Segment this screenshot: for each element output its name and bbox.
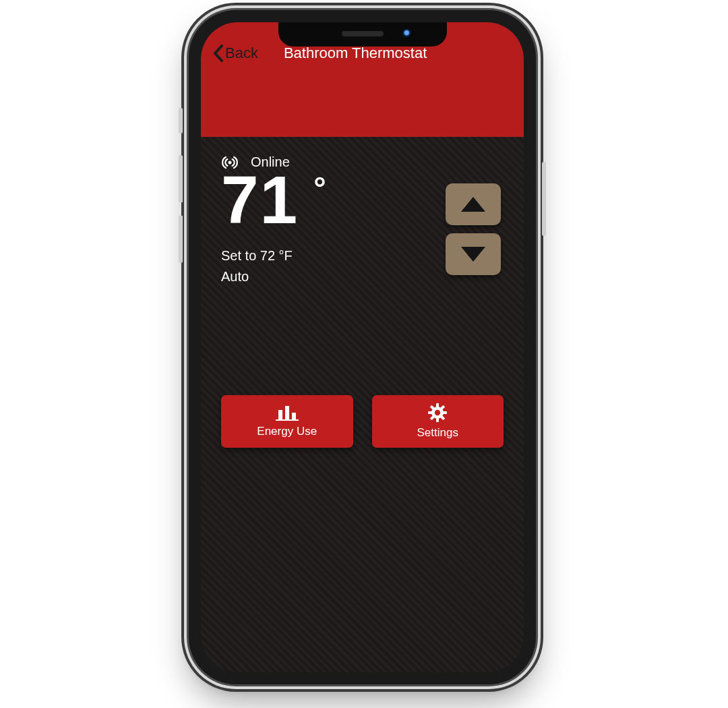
phone-notch — [278, 22, 447, 47]
svg-rect-1 — [276, 419, 299, 421]
current-temperature: 71 — [221, 166, 299, 233]
phone-screen: Back Bathroom Thermostat Online — [201, 22, 524, 672]
temperature-stepper — [446, 183, 501, 275]
bar-chart-icon — [276, 405, 299, 421]
action-row: Energy Use — [221, 395, 504, 448]
triangle-down-icon — [461, 247, 485, 262]
back-button[interactable]: Back — [213, 45, 258, 62]
energy-use-label: Energy Use — [257, 425, 317, 438]
settings-button[interactable]: Settings — [372, 395, 504, 448]
mode-text: Auto — [221, 266, 326, 287]
temperature-down-button[interactable] — [446, 233, 501, 275]
triangle-up-icon — [461, 197, 485, 212]
phone-side-button — [542, 162, 546, 236]
gear-icon — [428, 403, 447, 422]
svg-rect-7 — [436, 418, 439, 422]
svg-rect-3 — [285, 406, 289, 419]
svg-rect-4 — [292, 413, 296, 419]
phone-frame: Back Bathroom Thermostat Online — [189, 10, 536, 684]
setpoint-text: Set to 72 °F — [221, 245, 326, 266]
svg-rect-2 — [278, 410, 282, 419]
app-body: Online 71 ° Set to 72 °F Auto — [201, 137, 524, 672]
back-label: Back — [225, 45, 258, 62]
settings-label: Settings — [417, 426, 458, 440]
temperature-up-button[interactable] — [446, 183, 501, 225]
svg-rect-6 — [436, 403, 439, 407]
degree-symbol: ° — [313, 173, 326, 204]
svg-rect-8 — [428, 411, 432, 414]
temperature-block: 71 ° Set to 72 °F Auto — [221, 170, 326, 287]
page-title: Bathroom Thermostat — [284, 45, 427, 62]
svg-point-14 — [435, 410, 440, 415]
energy-use-button[interactable]: Energy Use — [221, 395, 353, 448]
svg-rect-9 — [443, 411, 447, 414]
chevron-left-icon — [213, 45, 224, 62]
